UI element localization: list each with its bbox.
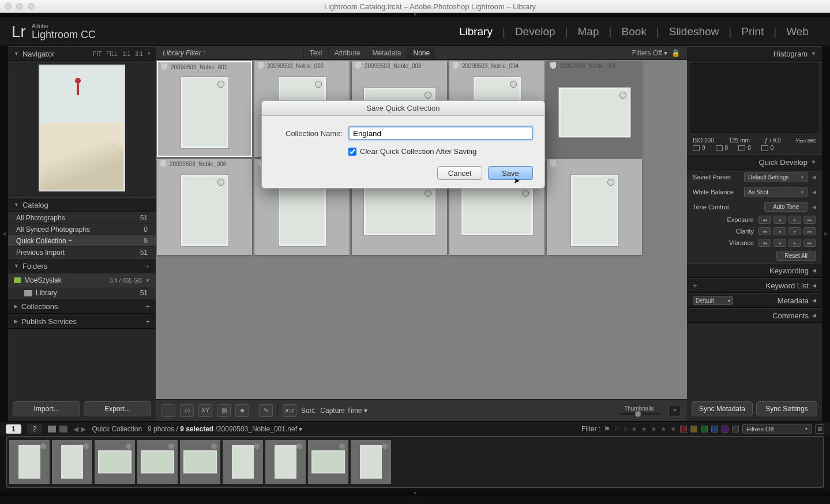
exposure-inc-big[interactable]: ▸▸	[803, 216, 816, 224]
star-3[interactable]: ★	[651, 425, 657, 433]
catalog-previous-import[interactable]: Previous Import51	[8, 247, 156, 258]
export-button[interactable]: Export...	[84, 401, 151, 416]
grid-view-icon[interactable]	[162, 404, 175, 417]
clarity-dec-big[interactable]: ◂◂	[758, 227, 771, 235]
minimize-dot[interactable]	[16, 3, 23, 10]
catalog-quick-collection[interactable]: Quick Collection +9	[8, 235, 156, 247]
quick-collection-marker-icon[interactable]	[40, 443, 46, 449]
filmstrip-cell[interactable]	[137, 440, 178, 484]
catalog-header[interactable]: ▼ Catalog	[8, 197, 156, 212]
flag-reject-icon[interactable]: ⚐	[614, 425, 620, 433]
sync-settings-button[interactable]: Sync Settings	[756, 401, 817, 416]
compare-view-icon[interactable]: XY	[198, 404, 212, 417]
module-develop[interactable]: Develop	[505, 25, 565, 38]
star-5[interactable]: ★	[670, 425, 677, 433]
import-button[interactable]: Import...	[13, 401, 80, 416]
collapse-icon[interactable]: ◀	[812, 174, 816, 180]
preset-select[interactable]: Default Settings▾	[744, 172, 808, 182]
triangle-down-icon[interactable]: ▼	[145, 278, 150, 283]
grid-cell[interactable]: 20090503_Noble_005	[547, 61, 642, 157]
thumbnail[interactable]	[571, 175, 618, 246]
catalog-synced[interactable]: All Synced Photographs0	[8, 224, 156, 235]
keywording-header[interactable]: Keywording◀	[687, 263, 822, 278]
metadata-header[interactable]: Default▾ Metadata◀	[687, 293, 822, 308]
primary-display-button[interactable]: 1	[6, 424, 21, 434]
next-icon[interactable]: ▶	[81, 425, 86, 433]
histogram-area[interactable]	[690, 63, 818, 133]
clarity-inc[interactable]: ▸	[788, 227, 801, 235]
flag-icon[interactable]	[550, 62, 556, 69]
collection-name-input[interactable]	[348, 126, 533, 140]
grid-icon-2[interactable]	[59, 426, 67, 432]
rating-ge-icon[interactable]: ≥	[624, 425, 628, 433]
reset-all-button[interactable]: Reset All	[776, 251, 816, 261]
star-4[interactable]: ★	[660, 425, 667, 433]
filter-attribute[interactable]: Attribute	[328, 48, 366, 58]
auto-tone-button[interactable]: Auto Tone	[764, 202, 808, 212]
filmstrip-thumb[interactable]	[360, 445, 382, 479]
quick-collection-marker-icon[interactable]	[619, 92, 626, 99]
sort-value[interactable]: Capture Time ▾	[320, 407, 367, 415]
volume-row[interactable]: MoeSzyslak 3.4 / 465 GB ▼	[8, 273, 156, 287]
metadata-preset-select[interactable]: Default▾	[693, 296, 733, 305]
nav-fit[interactable]: FIT	[93, 51, 102, 57]
flag-icon[interactable]	[355, 62, 361, 69]
top-arrow-strip[interactable]: ▼	[0, 13, 830, 17]
quick-collection-marker-icon[interactable]	[217, 179, 224, 186]
filmstrip-thumb[interactable]	[98, 450, 132, 473]
info-source[interactable]: Quick Collection	[92, 425, 142, 433]
quick-collection-marker-icon[interactable]	[425, 92, 431, 99]
star-1[interactable]: ★	[631, 425, 637, 433]
filmstrip-thumb[interactable]	[18, 445, 40, 479]
exposure-inc[interactable]: ▸	[788, 216, 801, 224]
filmstrip-cell[interactable]	[265, 440, 306, 484]
collapse-icon[interactable]: ◀	[812, 204, 816, 210]
clear-checkbox-input[interactable]	[348, 148, 356, 156]
zoom-dot[interactable]	[28, 3, 35, 10]
quick-collection-marker-icon[interactable]	[83, 443, 89, 449]
add-folder-icon[interactable]: +	[145, 262, 150, 270]
quick-collection-marker-icon[interactable]	[339, 443, 345, 449]
module-map[interactable]: Map	[568, 25, 609, 38]
quick-collection-marker-icon[interactable]	[211, 443, 217, 449]
flag-icon[interactable]	[453, 62, 459, 69]
filter-metadata[interactable]: Metadata	[366, 48, 407, 58]
comments-header[interactable]: Comments◀	[687, 308, 822, 323]
nav-fill[interactable]: FILL	[106, 51, 118, 57]
cancel-button[interactable]: Cancel	[437, 166, 482, 180]
star-2[interactable]: ★	[641, 425, 647, 433]
quick-collection-marker-icon[interactable]	[382, 443, 388, 449]
nav-3to1[interactable]: 3:1	[135, 51, 143, 57]
sync-metadata-button[interactable]: Sync Metadata	[692, 401, 753, 416]
thumbnail[interactable]	[559, 88, 630, 137]
quick-collection-marker-icon[interactable]	[607, 179, 614, 186]
flag-icon[interactable]	[162, 63, 167, 70]
filmstrip-thumb[interactable]	[183, 450, 217, 473]
histogram-header[interactable]: Histogram ▼	[687, 46, 822, 61]
clarity-dec[interactable]: ◂	[773, 227, 786, 235]
flag-pick-icon[interactable]: ⚑	[604, 425, 610, 433]
grid-icon[interactable]	[48, 426, 56, 432]
label-red[interactable]	[680, 426, 687, 432]
flag-icon[interactable]	[160, 160, 166, 167]
filmstrip-thumb[interactable]	[61, 445, 83, 479]
exposure-dec-big[interactable]: ◂◂	[758, 216, 771, 224]
add-collection-icon[interactable]: +	[145, 302, 150, 311]
folders-header[interactable]: ▼ Folders +	[8, 258, 156, 273]
thumbnail[interactable]	[364, 186, 435, 235]
keyword-list-header[interactable]: +Keyword List◀	[687, 278, 822, 293]
quick-collection-marker-icon[interactable]	[315, 81, 322, 88]
nav-1to1[interactable]: 1:1	[122, 51, 130, 57]
label-none[interactable]	[732, 426, 739, 432]
label-purple[interactable]	[722, 426, 728, 432]
filter-lock-icon[interactable]: ⊞	[815, 424, 824, 434]
thumbnail[interactable]	[181, 77, 228, 148]
folder-library[interactable]: Library 51	[8, 287, 156, 299]
secondary-display-button[interactable]: 2	[27, 424, 43, 434]
navigator-preview[interactable]	[8, 61, 156, 197]
thumbnail[interactable]	[461, 186, 533, 235]
filmstrip-thumb[interactable]	[275, 445, 296, 479]
lock-icon[interactable]: 🔒	[672, 48, 680, 58]
flag-icon[interactable]	[258, 62, 264, 69]
quick-develop-header[interactable]: Quick Develop ▼	[687, 155, 822, 170]
